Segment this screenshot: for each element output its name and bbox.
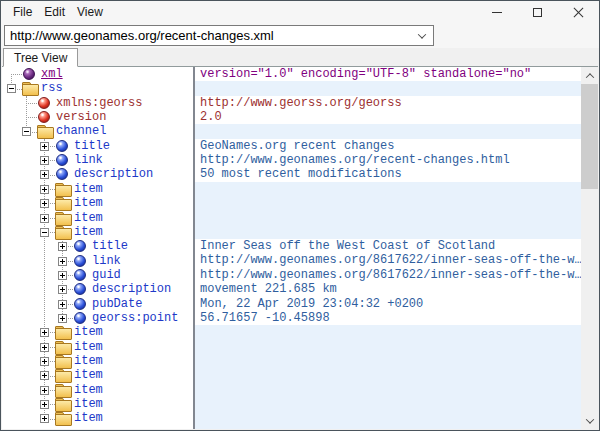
tree-node-item[interactable]: item (74, 354, 103, 368)
tree-expander[interactable] (40, 228, 49, 237)
element-icon (56, 168, 68, 180)
tree-node-link[interactable]: link (92, 254, 121, 268)
tree-node-item[interactable]: item (74, 211, 103, 225)
minimize-button[interactable] (476, 1, 517, 23)
folder-icon (55, 341, 70, 353)
tree-node-item[interactable]: item (74, 196, 103, 210)
tree-node-guid[interactable]: guid (92, 268, 121, 282)
tree-expander[interactable] (40, 214, 49, 223)
tab-tree-view[interactable]: Tree View (3, 48, 78, 67)
tree-node-pubDate[interactable]: pubDate (92, 297, 142, 311)
value-row: http://www.geonames.org/8617622/inner-se… (195, 253, 581, 267)
tree-expander[interactable] (40, 400, 49, 409)
tree-node-description[interactable]: description (92, 282, 171, 296)
value-row (195, 124, 581, 138)
tree-expander[interactable] (40, 343, 49, 352)
tree-expander[interactable] (40, 386, 49, 395)
tree-expander[interactable] (7, 84, 16, 93)
folder-icon (55, 412, 70, 424)
value-row (195, 225, 581, 239)
value-row: 2.0 (195, 110, 581, 124)
tree-expander[interactable] (40, 357, 49, 366)
folder-icon (55, 183, 70, 195)
tree-node-item[interactable]: item (74, 368, 103, 382)
tree-expander[interactable] (58, 271, 67, 280)
maximize-button[interactable] (517, 1, 558, 23)
value-row (195, 182, 581, 196)
value-row: http://www.geonames.org/8617622/inner-se… (195, 268, 581, 282)
tree-expander[interactable] (58, 285, 67, 294)
folder-icon (55, 384, 70, 396)
tree-node-item[interactable]: item (74, 325, 103, 339)
menu-edit[interactable]: Edit (38, 3, 71, 21)
tree-expander[interactable] (40, 185, 49, 194)
tab-strip: Tree View (1, 48, 599, 66)
tree-node-channel[interactable]: channel (56, 124, 106, 138)
close-icon (573, 7, 584, 18)
element-icon (74, 283, 86, 295)
element-icon (74, 269, 86, 281)
tree-expander[interactable] (58, 242, 67, 251)
tree-expander[interactable] (58, 257, 67, 266)
tree-node-description[interactable]: description (74, 167, 153, 181)
tree-connector (11, 74, 22, 75)
tree-node-version[interactable]: version (56, 110, 106, 124)
folder-icon (55, 212, 70, 224)
tree-expander[interactable] (40, 156, 49, 165)
folder-icon (55, 369, 70, 381)
tree-node-xml[interactable]: xml (41, 67, 63, 81)
tree-node-link[interactable]: link (74, 153, 103, 167)
tree-node-rss[interactable]: rss (41, 81, 63, 95)
close-button[interactable] (558, 1, 599, 23)
values-pane: version="1.0" encoding="UTF-8" standalon… (195, 67, 581, 429)
tree-expander[interactable] (22, 127, 31, 136)
tree-node-item[interactable]: item (74, 340, 103, 354)
tree-node-item[interactable]: item (74, 383, 103, 397)
value-row: 56.71657 -10.45898 (195, 311, 581, 325)
app-window: File Edit View http://www.geonames.org/r… (0, 0, 600, 431)
menu-view[interactable]: View (71, 3, 109, 21)
tree-expander[interactable] (58, 300, 67, 309)
vertical-scrollbar[interactable] (581, 67, 598, 429)
tree-expander[interactable] (40, 414, 49, 423)
tree-expander[interactable] (40, 328, 49, 337)
scroll-up-button[interactable] (581, 67, 598, 84)
value-row (195, 325, 581, 339)
maximize-icon (533, 8, 542, 17)
tree-node-item[interactable]: item (74, 397, 103, 411)
folder-icon (55, 197, 70, 209)
value-row: movement 221.685 km (195, 282, 581, 296)
chevron-down-icon (585, 415, 593, 423)
tree-node-item[interactable]: item (74, 225, 103, 239)
url-combobox[interactable]: http://www.geonames.org/recent-changes.x… (4, 25, 434, 46)
menu-file[interactable]: File (7, 3, 38, 21)
tree-node-title[interactable]: title (74, 139, 110, 153)
value-row: Inner Seas off the West Coast of Scotlan… (195, 239, 581, 253)
url-bar: http://www.geonames.org/recent-changes.x… (1, 23, 599, 48)
tree-node-item[interactable]: item (74, 182, 103, 196)
value-row: http://www.georss.org/georss (195, 96, 581, 110)
url-dropdown-button[interactable] (411, 33, 433, 39)
tree-node-item[interactable]: item (74, 411, 103, 425)
tree-expander[interactable] (40, 371, 49, 380)
tree-expander[interactable] (40, 199, 49, 208)
attribute-icon (38, 97, 50, 109)
scrollbar-thumb[interactable] (581, 84, 598, 189)
window-controls (476, 1, 599, 23)
tree-node-title[interactable]: title (92, 239, 128, 253)
content-area: xmlrssxmlns:georssversionchanneltitlelin… (2, 66, 598, 429)
tree-expander[interactable] (40, 142, 49, 151)
folder-icon (55, 226, 70, 238)
menu-bar: File Edit View (1, 3, 109, 21)
url-value: http://www.geonames.org/recent-changes.x… (5, 28, 274, 43)
tree-expander[interactable] (40, 170, 49, 179)
folder-icon (22, 82, 37, 94)
value-row: version="1.0" encoding="UTF-8" standalon… (195, 67, 581, 81)
attribute-icon (38, 111, 50, 123)
scroll-down-button[interactable] (581, 412, 598, 429)
xml-declaration-icon (23, 68, 35, 80)
tree-expander[interactable] (58, 314, 67, 323)
tree-node-georss:point[interactable]: georss:point (92, 311, 178, 325)
tree-node-xmlns:georss[interactable]: xmlns:georss (56, 96, 142, 110)
xml-tree: xmlrssxmlns:georssversionchanneltitlelin… (2, 67, 193, 429)
